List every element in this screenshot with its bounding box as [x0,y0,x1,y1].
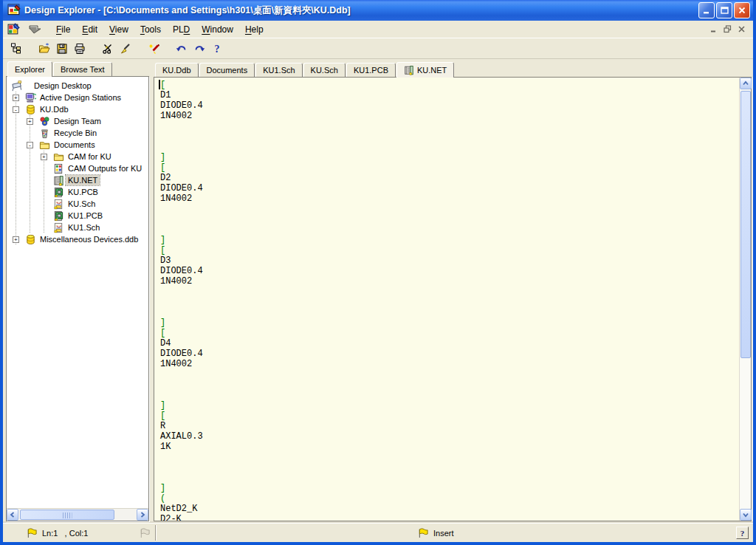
tab-label: KU.Sch [311,66,338,75]
menu-view[interactable]: View [103,22,134,37]
help-button[interactable]: ? [208,40,226,58]
menu-window[interactable]: Window [196,22,239,37]
yellow-flag-icon [418,528,429,538]
collapse-minus-icon[interactable]: - [13,106,19,113]
tree-item-label: KU1.PCB [66,210,105,221]
tree-item-design-team[interactable]: +Design Team [10,115,147,127]
tree-item-label: Recycle Bin [52,128,99,138]
menu-help[interactable]: Help [239,22,269,37]
tree-item-ku-sch[interactable]: KU.Sch [10,198,147,210]
explorer-tree-panel: Design Desktop+Active Design Stations-KU… [6,76,149,521]
tree-item-cam-outputs-for-ku[interactable]: CAM Outputs for KU [10,162,147,174]
doc-tab-ku1-pcb[interactable]: KU1.PCB [346,63,396,77]
mdi-close-button[interactable] [735,24,747,35]
tree-item-documents[interactable]: -Documents [10,139,147,151]
code-line: 1N4002 [160,111,739,121]
cut-button[interactable] [99,40,117,58]
save-icon [56,43,68,55]
status-help-button[interactable]: ? [736,527,749,539]
scrollbar-track[interactable] [740,358,751,509]
menu-tools[interactable]: Tools [134,22,167,37]
redo-button[interactable] [190,40,208,58]
tree-item-active-design-stations[interactable]: +Active Design Stations [10,92,147,103]
tree-item-label: CAM Outputs for KU [66,163,144,174]
expand-plus-icon[interactable]: + [41,154,47,160]
expand-plus-icon[interactable]: + [27,118,33,125]
pcb-document-icon [52,210,66,222]
doc-tab-ku-sch[interactable]: KU.Sch [303,63,346,77]
code-line [160,204,739,214]
menu-edit[interactable]: Edit [76,22,103,37]
redo-icon [193,43,205,55]
text-caret [159,80,160,89]
tree-item-ku1-pcb[interactable]: KU1.PCB [10,210,147,222]
doc-tab-ku-net[interactable]: KU.NET [396,62,454,78]
code-line: R [160,421,739,431]
tree-item-ku-pcb[interactable]: KU.PCB [10,186,147,198]
text-editor-panel: [D1DIODE0.41N4002][D2DIODE0.41N4002][D3D… [154,77,752,521]
tree-item-ku-net[interactable]: KU.NET [10,174,147,186]
scroll-up-button[interactable] [740,78,752,89]
design-team-icon [39,116,50,127]
code-line: D4 [160,338,739,349]
undo-button[interactable] [173,40,190,58]
editor-vertical-scrollbar[interactable] [739,78,751,521]
scroll-down-button[interactable] [740,509,752,521]
save-button[interactable] [53,40,71,58]
tree-indent-guide [10,198,24,210]
minimize-button[interactable] [698,2,715,18]
scrollbar-thumb[interactable] [20,510,114,520]
expander-cell: + [10,92,24,103]
expander-cell: + [24,115,38,127]
expand-plus-icon[interactable]: + [13,95,19,101]
menu-dropdown-arrow-icon[interactable] [25,23,44,36]
tree-horizontal-scrollbar[interactable] [7,508,148,521]
panel-tab-explorer[interactable]: Explorer [7,61,52,77]
menu-pld[interactable]: PLD [167,22,196,37]
scroll-right-button[interactable] [137,509,148,521]
tree-item-ku-ddb[interactable]: -KU.Ddb [10,103,147,115]
scrollbar-thumb[interactable] [740,91,751,358]
clear-button[interactable] [117,40,134,58]
code-line [160,121,739,131]
netlist-text-editor[interactable]: [D1DIODE0.41N4002][D2DIODE0.41N4002][D3D… [154,78,739,521]
code-line [160,369,739,380]
close-button[interactable] [734,2,750,18]
tree-item-label: Active Design Stations [38,92,123,103]
workspace: ExplorerBrowse Text Design Desktop+Activ… [3,59,753,523]
folder-icon [53,151,64,162]
tree-indent-guide [24,222,38,233]
collapse-minus-icon[interactable]: - [27,142,33,148]
panel-tab-browse-text[interactable]: Browse Text [53,62,112,76]
doc-tab-documents[interactable]: Documents [199,63,255,77]
cam-output-icon [53,163,64,174]
code-line: D3 [160,256,739,266]
scroll-left-button[interactable] [7,509,18,521]
tree-item-ku1-sch[interactable]: KU1.Sch [10,222,147,233]
tree-indent-guide [24,174,38,186]
tree-item-design-desktop[interactable]: Design Desktop [10,80,147,92]
mdi-minimize-button[interactable] [707,24,719,35]
code-line: DIODE0.4 [160,183,739,193]
open-document-button[interactable] [35,40,53,58]
special-paste-button[interactable] [145,40,162,58]
tree-item-label: Documents [52,140,97,150]
doc-tab-ku-ddb[interactable]: KU.Ddb [155,63,199,77]
menu-file[interactable]: File [50,22,76,37]
database-icon [25,104,36,115]
maximize-button[interactable] [716,2,732,18]
print-button[interactable] [71,40,89,58]
code-line [160,390,739,400]
tree-item-recycle-bin[interactable]: Recycle Bin [10,127,147,139]
mdi-restore-button[interactable] [721,24,733,35]
code-line [160,307,739,318]
design-team-icon [38,115,52,127]
expand-plus-icon[interactable]: + [13,236,19,243]
design-explorer-window: Design Explorer - [C:\Documents and Sett… [0,0,756,545]
explorer-tree[interactable]: Design Desktop+Active Design Stations-KU… [7,77,148,508]
toggle-design-manager-button[interactable] [7,40,25,58]
line-col-indicator: Ln:1 , Col:1 [42,529,88,538]
tree-item-cam-for-ku[interactable]: +CAM for KU [10,151,147,162]
tree-item-miscellaneous-devices-ddb[interactable]: +Miscellaneous Devices.ddb [10,233,147,245]
doc-tab-ku1-sch[interactable]: KU1.Sch [255,63,302,77]
